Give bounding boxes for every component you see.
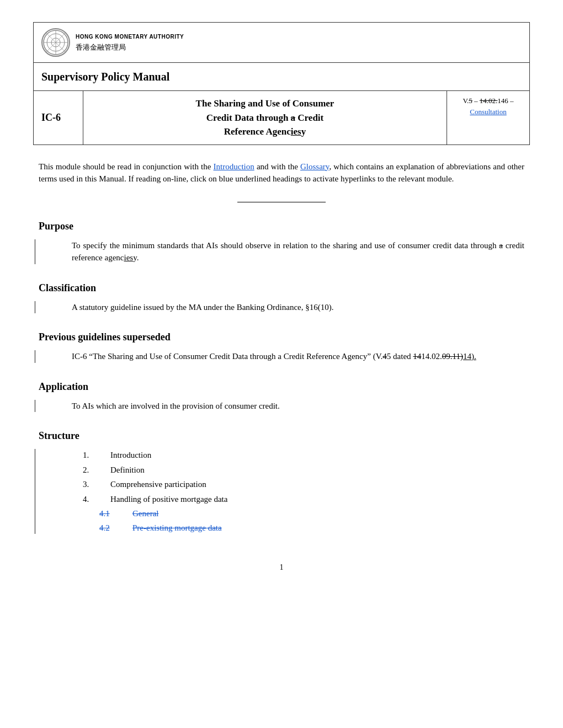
- purpose-heading: Purpose: [39, 219, 524, 234]
- prev-strike1: 4: [383, 352, 387, 361]
- list-label-3: Comprehensive participation: [110, 478, 206, 491]
- previous-heading: Previous guidelines superseded: [39, 330, 524, 345]
- header-table: HONG KONG MONETARY AUTHORITY 香港金融管理局 Sup…: [33, 22, 530, 91]
- purpose-underline: ies: [124, 253, 134, 262]
- purpose-body: To specify the minimum standards that AI…: [39, 239, 524, 264]
- list-item: 1. Introduction: [83, 449, 524, 462]
- intro-text-1: This module should be read in conjunctio…: [39, 162, 214, 171]
- logo-area: HONG KONG MONETARY AUTHORITY 香港金融管理局: [41, 28, 522, 57]
- doc-version-cell: V.5 – 14.02.146 – Consultation: [447, 91, 530, 144]
- prev-14-strike: 14: [413, 352, 421, 361]
- logo-text: HONG KONG MONETARY AUTHORITY 香港金融管理局: [76, 33, 184, 53]
- application-section: To AIs which are involved in the provisi…: [39, 400, 524, 413]
- intro-paragraph: This module should be read in conjunctio…: [39, 160, 524, 185]
- consultation-link[interactable]: Consultation: [470, 108, 506, 116]
- structure-list: 1. Introduction 2. Definition 3. Compreh…: [39, 449, 524, 505]
- main-content: This module should be read in conjunctio…: [33, 160, 530, 534]
- sub-num-4-1: 4.1: [99, 507, 127, 520]
- sub-item-4-1: 4.1 General: [99, 507, 524, 520]
- classification-section: A statutory guideline issued by the MA u…: [39, 301, 524, 314]
- purpose-text1: To specify the minimum standards that AI…: [72, 241, 499, 250]
- list-num-4: 4.: [83, 493, 99, 506]
- divider: [39, 202, 524, 202]
- sub-num-4-2: 4.2: [99, 522, 127, 534]
- hkma-logo-icon: [41, 28, 70, 57]
- list-item: 2. Definition: [83, 464, 524, 477]
- purpose-section: To specify the minimum standards that AI…: [39, 239, 524, 264]
- sub-list-item: 4.1 General: [99, 507, 524, 520]
- prev-text1: IC-6 “The Sharing and Use of Consumer Cr…: [72, 352, 383, 361]
- list-label-2: Definition: [110, 464, 145, 477]
- doc-title-suffix: y: [301, 126, 306, 137]
- prev-dot: .02.: [429, 352, 442, 361]
- doc-title-part2: Credit Data through: [206, 113, 289, 123]
- doc-title-strikethrough: a: [291, 113, 296, 123]
- version-label: V.5 – 14.02.146 –: [463, 97, 513, 105]
- prev-14end: 14).: [463, 352, 476, 361]
- version-strike2: 14.02.: [480, 97, 498, 105]
- structure-heading: Structure: [39, 429, 524, 443]
- prev-strike3: 09.11): [442, 352, 463, 361]
- logo-chinese: 香港金融管理局: [76, 42, 184, 53]
- page-number: 1: [33, 561, 530, 573]
- prev-14: 14: [421, 352, 429, 361]
- manual-title: Supervisory Policy Manual: [41, 71, 169, 83]
- classification-heading: Classification: [39, 281, 524, 296]
- sub-list: 4.1 General 4.2 Pre-existing mortgage da…: [39, 507, 524, 534]
- doc-code: IC-6: [34, 91, 83, 144]
- doc-title-part1: The Sharing and Use of Consumer: [196, 98, 334, 109]
- list-label-1: Introduction: [110, 449, 151, 462]
- previous-body: IC-6 “The Sharing and Use of Consumer Cr…: [39, 350, 524, 363]
- classification-body: A statutory guideline issued by the MA u…: [39, 301, 524, 314]
- version-strike1: 5: [469, 97, 472, 105]
- list-label-4: Handling of positive mortgage data: [110, 493, 227, 506]
- list-num-3: 3.: [83, 478, 99, 491]
- list-num-2: 2.: [83, 464, 99, 477]
- application-body: To AIs which are involved in the provisi…: [39, 400, 524, 413]
- doc-title-part4: Reference Agenc: [224, 126, 291, 137]
- logo-english: HONG KONG MONETARY AUTHORITY: [76, 33, 184, 41]
- doc-info-table: IC-6 The Sharing and Use of Consumer Cre…: [33, 91, 530, 145]
- purpose-strikethrough: a: [499, 241, 503, 250]
- sub-label-4-2: Pre-existing mortgage data: [132, 522, 222, 534]
- sub-label-4-1: General: [132, 507, 158, 520]
- app-text: To AIs which are involved in the provisi…: [72, 402, 280, 410]
- list-item: 4. Handling of positive mortgage data: [83, 493, 524, 506]
- glossary-link[interactable]: Glossary: [300, 162, 329, 171]
- intro-text-2: and with the: [254, 162, 300, 171]
- doc-title-cell: The Sharing and Use of Consumer Credit D…: [83, 91, 447, 144]
- structure-section: 1. Introduction 2. Definition 3. Compreh…: [39, 449, 524, 534]
- previous-section: IC-6 “The Sharing and Use of Consumer Cr…: [39, 350, 524, 363]
- application-heading: Application: [39, 379, 524, 394]
- list-num-1: 1.: [83, 449, 99, 462]
- doc-title-part3: Credit: [298, 113, 323, 123]
- sub-item-4-2: 4.2 Pre-existing mortgage data: [99, 522, 524, 534]
- prev-text2: dated: [391, 352, 413, 361]
- introduction-link[interactable]: Introduction: [214, 162, 254, 171]
- doc-title-underline: ies: [291, 126, 301, 137]
- list-item: 3. Comprehensive participation: [83, 478, 524, 491]
- sub-list-item: 4.2 Pre-existing mortgage data: [99, 522, 524, 534]
- purpose-suffix: y.: [133, 253, 139, 262]
- version-num: 146: [497, 97, 508, 105]
